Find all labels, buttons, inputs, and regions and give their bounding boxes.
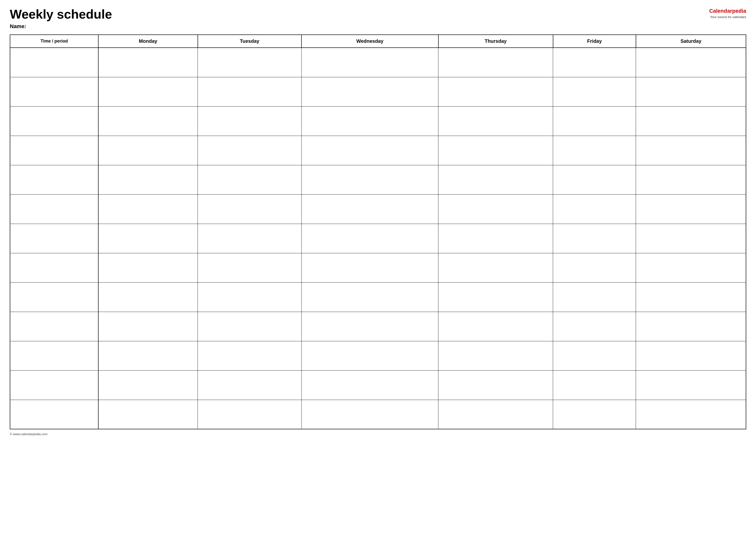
table-row (10, 195, 746, 224)
cell-thursday[interactable] (438, 165, 553, 195)
cell-saturday[interactable] (636, 77, 746, 106)
time-cell[interactable] (10, 48, 98, 77)
time-cell[interactable] (10, 77, 98, 106)
cell-saturday[interactable] (636, 282, 746, 312)
cell-saturday[interactable] (636, 312, 746, 341)
cell-wednesday[interactable] (302, 312, 438, 341)
cell-wednesday[interactable] (302, 77, 438, 106)
cell-monday[interactable] (98, 77, 198, 106)
cell-wednesday[interactable] (302, 282, 438, 312)
time-cell[interactable] (10, 106, 98, 136)
cell-thursday[interactable] (438, 48, 553, 77)
cell-monday[interactable] (98, 106, 198, 136)
cell-friday[interactable] (553, 370, 636, 400)
cell-saturday[interactable] (636, 136, 746, 165)
table-row (10, 253, 746, 282)
cell-tuesday[interactable] (198, 400, 302, 429)
cell-friday[interactable] (553, 400, 636, 429)
cell-monday[interactable] (98, 282, 198, 312)
cell-monday[interactable] (98, 48, 198, 77)
cell-monday[interactable] (98, 370, 198, 400)
cell-friday[interactable] (553, 282, 636, 312)
cell-thursday[interactable] (438, 312, 553, 341)
cell-saturday[interactable] (636, 106, 746, 136)
col-header-wednesday: Wednesday (302, 35, 438, 48)
cell-friday[interactable] (553, 136, 636, 165)
cell-tuesday[interactable] (198, 341, 302, 370)
cell-tuesday[interactable] (198, 136, 302, 165)
cell-monday[interactable] (98, 341, 198, 370)
cell-thursday[interactable] (438, 282, 553, 312)
cell-tuesday[interactable] (198, 106, 302, 136)
cell-thursday[interactable] (438, 195, 553, 224)
cell-tuesday[interactable] (198, 195, 302, 224)
cell-saturday[interactable] (636, 400, 746, 429)
page-header: Weekly schedule Name: Calendarpedia Your… (10, 7, 746, 30)
cell-tuesday[interactable] (198, 370, 302, 400)
cell-tuesday[interactable] (198, 224, 302, 253)
cell-saturday[interactable] (636, 48, 746, 77)
cell-thursday[interactable] (438, 136, 553, 165)
cell-friday[interactable] (553, 341, 636, 370)
cell-wednesday[interactable] (302, 370, 438, 400)
time-cell[interactable] (10, 253, 98, 282)
cell-friday[interactable] (553, 312, 636, 341)
time-cell[interactable] (10, 312, 98, 341)
cell-tuesday[interactable] (198, 77, 302, 106)
cell-wednesday[interactable] (302, 253, 438, 282)
cell-saturday[interactable] (636, 165, 746, 195)
cell-wednesday[interactable] (302, 195, 438, 224)
cell-monday[interactable] (98, 195, 198, 224)
cell-saturday[interactable] (636, 341, 746, 370)
cell-friday[interactable] (553, 253, 636, 282)
cell-thursday[interactable] (438, 106, 553, 136)
cell-saturday[interactable] (636, 253, 746, 282)
cell-wednesday[interactable] (302, 400, 438, 429)
cell-thursday[interactable] (438, 341, 553, 370)
time-cell[interactable] (10, 370, 98, 400)
cell-monday[interactable] (98, 165, 198, 195)
time-cell[interactable] (10, 282, 98, 312)
cell-monday[interactable] (98, 312, 198, 341)
cell-tuesday[interactable] (198, 312, 302, 341)
cell-friday[interactable] (553, 106, 636, 136)
cell-friday[interactable] (553, 165, 636, 195)
cell-monday[interactable] (98, 400, 198, 429)
table-row (10, 77, 746, 106)
cell-thursday[interactable] (438, 253, 553, 282)
cell-thursday[interactable] (438, 370, 553, 400)
cell-saturday[interactable] (636, 195, 746, 224)
table-row (10, 400, 746, 429)
cell-wednesday[interactable] (302, 341, 438, 370)
cell-friday[interactable] (553, 224, 636, 253)
logo-section: Calendarpedia Your source for calendars (709, 7, 746, 19)
cell-monday[interactable] (98, 224, 198, 253)
cell-thursday[interactable] (438, 400, 553, 429)
cell-friday[interactable] (553, 77, 636, 106)
cell-monday[interactable] (98, 253, 198, 282)
time-cell[interactable] (10, 341, 98, 370)
cell-friday[interactable] (553, 195, 636, 224)
cell-wednesday[interactable] (302, 48, 438, 77)
cell-tuesday[interactable] (198, 282, 302, 312)
page-title: Weekly schedule (10, 7, 112, 21)
cell-thursday[interactable] (438, 224, 553, 253)
time-cell[interactable] (10, 400, 98, 429)
time-cell[interactable] (10, 136, 98, 165)
cell-wednesday[interactable] (302, 136, 438, 165)
cell-tuesday[interactable] (198, 165, 302, 195)
cell-saturday[interactable] (636, 224, 746, 253)
cell-wednesday[interactable] (302, 165, 438, 195)
time-cell[interactable] (10, 195, 98, 224)
cell-wednesday[interactable] (302, 224, 438, 253)
cell-saturday[interactable] (636, 370, 746, 400)
time-cell[interactable] (10, 165, 98, 195)
cell-monday[interactable] (98, 136, 198, 165)
cell-thursday[interactable] (438, 77, 553, 106)
time-cell[interactable] (10, 224, 98, 253)
cell-friday[interactable] (553, 48, 636, 77)
cell-tuesday[interactable] (198, 253, 302, 282)
cell-tuesday[interactable] (198, 48, 302, 77)
table-row (10, 341, 746, 370)
cell-wednesday[interactable] (302, 106, 438, 136)
